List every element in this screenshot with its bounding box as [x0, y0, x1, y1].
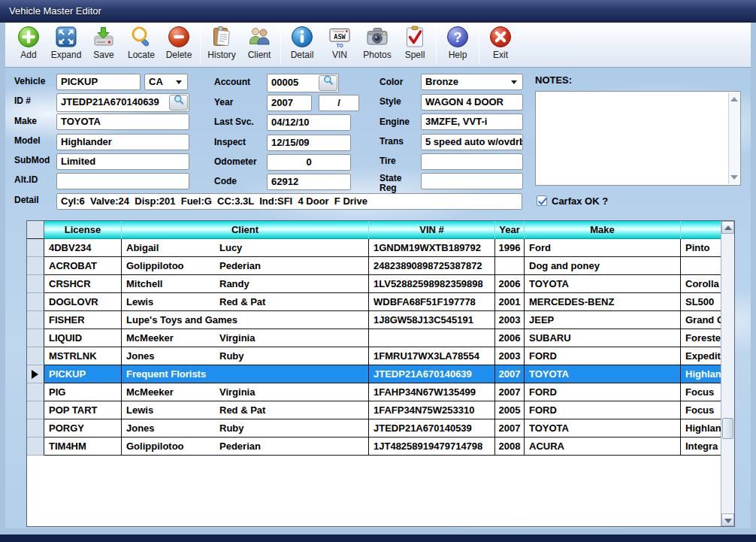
- delete-button[interactable]: Delete: [160, 25, 198, 65]
- lastsvc-input[interactable]: 04/12/10: [267, 114, 351, 131]
- row-selector-cell[interactable]: [27, 329, 44, 347]
- cell-license: ACROBAT: [44, 257, 122, 275]
- add-button[interactable]: Add: [10, 25, 47, 65]
- make-input[interactable]: TOYOTA: [56, 114, 189, 130]
- vehicle-input[interactable]: PICKUP: [56, 74, 141, 90]
- column-header-make[interactable]: Make: [525, 221, 681, 239]
- scroll-down-button[interactable]: [721, 513, 734, 526]
- cell-client: JonesRuby: [122, 347, 369, 365]
- locate-button[interactable]: Locate: [122, 25, 160, 65]
- row-selector-cell[interactable]: [27, 257, 44, 275]
- id-search-button[interactable]: [169, 95, 188, 111]
- column-header-client[interactable]: Client: [122, 221, 369, 239]
- code-input[interactable]: 62912: [267, 174, 351, 190]
- vehicle-master-editor-window: Vehicle Master Editor AddExpandSaveLocat…: [0, 0, 756, 542]
- column-header-model[interactable]: [681, 221, 722, 239]
- save-button[interactable]: Save: [85, 25, 122, 65]
- row-selector-cell[interactable]: [27, 293, 44, 311]
- inspect-input[interactable]: 12/15/09: [267, 135, 351, 151]
- statereg-label: State Reg: [380, 174, 414, 193]
- cell-model: Pinto: [681, 239, 722, 257]
- altid-input[interactable]: [56, 173, 189, 189]
- notes-textarea[interactable]: [535, 91, 741, 186]
- grid-vertical-scrollbar[interactable]: [721, 221, 734, 526]
- notes-scrollbar[interactable]: [728, 92, 739, 184]
- table-row[interactable]: TIM4HMGolippilotooPederian1JT48258919479…: [27, 438, 734, 456]
- notes-label: NOTES:: [535, 75, 572, 85]
- table-row[interactable]: FISHERLupe's Toys and Games1J8GW58J13C54…: [27, 311, 734, 329]
- grid-corner-cell: [27, 221, 44, 239]
- toolbar-button-label: Add: [20, 50, 36, 60]
- table-row[interactable]: MSTRLNKJonesRuby1FMRU17WX3LA785542003FOR…: [27, 347, 734, 365]
- carfax-checkbox[interactable]: [537, 195, 547, 206]
- cell-year: 2005: [495, 401, 525, 419]
- table-row[interactable]: PICKUPFrequent FloristsJTEDP21A670140639…: [27, 365, 734, 383]
- toolbar-button-label: Expand: [51, 50, 82, 60]
- row-selector-cell[interactable]: [27, 239, 44, 257]
- table-row[interactable]: POP TARTLewisRed & Pat1FAFP34N75W2533102…: [27, 401, 734, 419]
- row-selector-cell[interactable]: [27, 275, 44, 293]
- year2-input[interactable]: /: [319, 95, 359, 111]
- cell-make: SUBARU: [525, 329, 681, 347]
- column-header-year[interactable]: Year: [495, 221, 525, 239]
- grid-body: 4DBV234AbigailLucy1GNDM19WXTB1897921996F…: [27, 239, 734, 456]
- statereg-input[interactable]: [421, 173, 523, 189]
- grid-header: LicenseClientVIN #YearMake: [27, 221, 734, 239]
- cell-client-firstname: Red & Pat: [219, 293, 265, 310]
- account-search-button[interactable]: [319, 75, 337, 91]
- toolbar-separator: [479, 26, 479, 63]
- client-button[interactable]: Client: [240, 25, 278, 65]
- table-row[interactable]: PORGYJonesRubyJTEDP21A6701405392007TOYOT…: [27, 419, 734, 438]
- table-row[interactable]: DOGLOVRLewisRed & PatWDBFA68F51F19777820…: [27, 293, 734, 311]
- add-icon: [17, 25, 41, 49]
- column-header-license[interactable]: License: [44, 221, 122, 239]
- cell-make: FORD: [525, 347, 681, 365]
- row-selector-cell[interactable]: [27, 438, 44, 456]
- row-selector-cell[interactable]: [27, 347, 44, 365]
- trans-input[interactable]: 5 speed auto w/ovdrb: [421, 134, 523, 150]
- cell-make: TOYOTA: [525, 365, 681, 383]
- detail-label: Detail: [14, 195, 39, 205]
- cell-year: 2003: [495, 311, 525, 329]
- table-row[interactable]: CRSHCRMitchellRandy1LV528825989823598982…: [27, 275, 734, 293]
- scrollbar-thumb[interactable]: [722, 418, 733, 439]
- odometer-input[interactable]: 0: [267, 154, 351, 171]
- titlebar[interactable]: Vehicle Master Editor: [0, 0, 756, 23]
- cell-vin: 1FAHP34N67W135499: [369, 383, 495, 401]
- cell-license: PICKUP: [44, 365, 122, 383]
- column-header-vin-[interactable]: VIN #: [369, 221, 495, 239]
- exit-button[interactable]: Exit: [482, 25, 519, 65]
- account-input[interactable]: 00005: [267, 74, 339, 92]
- cell-model: Grand Cherokee: [681, 311, 722, 329]
- detail-button[interactable]: Detail: [283, 25, 321, 65]
- spell-button[interactable]: Spell: [396, 25, 434, 65]
- engine-input[interactable]: 3MZFE, VVT-i: [421, 114, 523, 130]
- row-selector-cell[interactable]: [27, 365, 44, 383]
- photos-button[interactable]: Photos: [358, 25, 396, 65]
- table-row[interactable]: 4DBV234AbigailLucy1GNDM19WXTB1897921996F…: [27, 239, 734, 257]
- row-selector-cell[interactable]: [27, 419, 44, 438]
- history-button[interactable]: History: [203, 25, 240, 65]
- scroll-up-button[interactable]: [721, 221, 734, 234]
- odometer-label: Odometer: [214, 157, 257, 167]
- color-select[interactable]: Bronze: [421, 74, 523, 90]
- save-icon: [92, 25, 116, 49]
- table-row[interactable]: LIQUIDMcMeekerVirginia2006SUBARUForester: [27, 329, 734, 347]
- vin-button[interactable]: CaliforniaASWTOVIN: [321, 25, 358, 65]
- submod-input[interactable]: Limited: [56, 153, 189, 170]
- style-input[interactable]: WAGON 4 DOOR: [421, 94, 523, 111]
- detail-input[interactable]: Cyl:6 Valve:24 Disp:201 Fuel:G CC:3.3L I…: [56, 193, 522, 210]
- tire-input[interactable]: [421, 153, 523, 170]
- expand-button[interactable]: Expand: [47, 25, 85, 65]
- id-input[interactable]: JTEDP21A670140639: [56, 93, 189, 112]
- row-selector-cell[interactable]: [27, 383, 44, 401]
- state-select[interactable]: CA: [144, 74, 188, 90]
- row-selector-cell[interactable]: [27, 401, 44, 419]
- cell-model: Forester: [681, 329, 722, 347]
- year-input[interactable]: 2007: [267, 95, 312, 111]
- table-row[interactable]: ACROBATGolippilotooPederian2482389089872…: [27, 257, 734, 275]
- row-selector-cell[interactable]: [27, 311, 44, 329]
- help-button[interactable]: ?Help: [439, 25, 476, 65]
- table-row[interactable]: PIGMcMeekerVirginia1FAHP34N67W1354992007…: [27, 383, 734, 401]
- model-input[interactable]: Highlander: [56, 134, 189, 150]
